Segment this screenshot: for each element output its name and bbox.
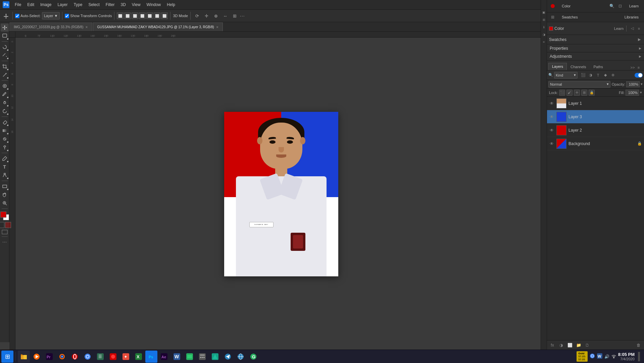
panel-settings-btn[interactable]: ≡ xyxy=(636,26,642,32)
start-button[interactable]: ⊞ xyxy=(1,351,13,363)
align-center-h-btn[interactable]: ⬜ xyxy=(124,12,131,19)
toolbar-more-btn[interactable]: ··· xyxy=(240,13,245,18)
taskbar-calculator[interactable] xyxy=(196,351,208,363)
tab-1[interactable]: IMG_20200627_103339.jpg @ 33.3% (RGB/8) … xyxy=(9,22,92,31)
volume-icon[interactable]: 🔊 xyxy=(604,354,609,359)
menu-select[interactable]: Select xyxy=(86,1,102,8)
lock-position-btn[interactable]: ✛ xyxy=(574,90,580,96)
add-adjustment-btn[interactable]: ◑ xyxy=(558,342,564,349)
blend-mode-dropdown[interactable]: Normal ▾ xyxy=(548,81,610,88)
learn-btn-label[interactable]: Learn xyxy=(626,3,642,9)
swatches-icon-btn[interactable]: ⊞ xyxy=(549,13,556,21)
screen-mode-btn[interactable] xyxy=(2,230,8,235)
taskbar-chrome[interactable] xyxy=(82,351,94,363)
move-tool[interactable] xyxy=(1,24,9,32)
layers-menu-btn[interactable]: ≡ xyxy=(636,65,641,70)
lock-all-btn[interactable]: 🔒 xyxy=(589,90,595,96)
menu-3d[interactable]: 3D xyxy=(118,1,128,8)
taskbar-file-explorer[interactable] xyxy=(18,351,30,363)
layer-item-3[interactable]: 👁 Layer 3 xyxy=(547,110,644,124)
distribute-btn[interactable]: ⬜ xyxy=(161,12,168,19)
add-mask-btn[interactable]: ⬜ xyxy=(566,342,573,349)
lock-brush-btn[interactable]: 🖌 xyxy=(566,90,573,96)
side-color-icon[interactable]: ▣ xyxy=(542,10,546,15)
menu-type[interactable]: Type xyxy=(71,1,85,8)
slide-3d-icon[interactable]: ↔ xyxy=(221,12,229,20)
search-right-btn[interactable]: 🔍 xyxy=(608,2,616,10)
delete-layer-btn[interactable]: 🗑 xyxy=(635,342,642,349)
taskbar-telegram[interactable] xyxy=(222,351,234,363)
opacity-input[interactable] xyxy=(626,81,640,87)
scale-3d-icon[interactable]: ⊞ xyxy=(231,12,239,20)
word-tray-icon[interactable]: W xyxy=(597,353,602,360)
quick-mask-btn[interactable] xyxy=(5,222,11,228)
menu-window[interactable]: Window xyxy=(144,1,164,8)
rectangle-tool[interactable] xyxy=(1,182,9,190)
libraries-btn-label[interactable]: Libraries xyxy=(621,14,642,20)
chrome-tray-icon[interactable] xyxy=(590,353,595,360)
taskbar-globe[interactable] xyxy=(235,351,247,363)
swatches-expand[interactable]: ▶ xyxy=(637,37,642,42)
tab-paths[interactable]: Paths xyxy=(590,63,607,70)
lock-transparent-btn[interactable]: ⬛ xyxy=(559,90,565,96)
taskbar-app1[interactable]: ☰ xyxy=(94,351,106,363)
layer-item-bg[interactable]: 👁 Background 🔒 xyxy=(547,137,644,150)
menu-image[interactable]: Image xyxy=(38,1,54,8)
align-center-v-btn[interactable]: ⬜ xyxy=(146,12,153,19)
more-tools[interactable]: ··· xyxy=(1,238,9,246)
rotate-3d-icon[interactable]: ⟳ xyxy=(193,12,201,20)
eraser-tool[interactable] xyxy=(1,118,9,126)
adjustments-header[interactable]: Adjustments ▶ xyxy=(547,52,644,60)
pen-tool[interactable] xyxy=(1,154,9,163)
align-right-btn[interactable]: ⬜ xyxy=(132,12,138,19)
menu-edit[interactable]: Edit xyxy=(24,1,37,8)
auto-select-checkbox[interactable] xyxy=(15,14,19,18)
auto-select-dropdown[interactable]: Layer ▼ xyxy=(42,12,60,19)
foreground-color-box[interactable] xyxy=(0,212,6,218)
filter-pixel-btn[interactable]: ⬛ xyxy=(580,72,587,79)
standard-mode-btn[interactable] xyxy=(0,222,4,228)
menu-layer[interactable]: Layer xyxy=(55,1,70,8)
eyedropper-tool[interactable] xyxy=(1,71,9,79)
layer-item-2[interactable]: 👁 Layer 2 xyxy=(547,124,644,137)
text-tool[interactable]: T xyxy=(1,163,9,171)
swatches-btn-label[interactable]: Swatches xyxy=(558,14,581,20)
menu-file[interactable]: File xyxy=(12,1,24,8)
opacity-dropdown[interactable]: ▾ xyxy=(641,82,643,86)
fill-input[interactable] xyxy=(626,90,639,96)
pan-3d-icon[interactable]: ✛ xyxy=(202,12,210,20)
show-desktop-btn[interactable] xyxy=(638,352,640,361)
taskbar-media-player[interactable] xyxy=(31,351,43,363)
layer-item-1[interactable]: 👁 Layer 1 xyxy=(547,97,644,110)
taskbar-photoshop[interactable]: Ps xyxy=(145,351,157,363)
taskbar-opera[interactable] xyxy=(69,351,81,363)
gradient-tool[interactable] xyxy=(1,127,9,135)
wand-tool[interactable] xyxy=(1,51,9,59)
layer-1-visibility[interactable]: 👁 xyxy=(549,101,554,106)
color-section-btn[interactable] xyxy=(549,2,556,10)
taskbar-app3[interactable]: ✦ xyxy=(120,351,132,363)
color-panel-btn[interactable]: Color xyxy=(549,26,564,31)
properties-header[interactable]: Properties ▶ xyxy=(547,44,644,52)
lock-artboard-btn[interactable]: ⊞ xyxy=(581,90,587,96)
gold-price-badge[interactable]: Gold 57.05- 57.05 xyxy=(577,351,588,362)
tab-1-close[interactable]: × xyxy=(86,25,88,30)
side-layers-icon[interactable]: ≡ xyxy=(542,40,546,44)
fill-dropdown[interactable]: ▾ xyxy=(640,90,642,95)
learn-panel-btn[interactable]: Learn xyxy=(614,27,624,31)
zoom-tool[interactable] xyxy=(1,199,9,207)
canvas-content[interactable]: GUSSAM M. ZAKY xyxy=(15,38,547,350)
new-group-btn[interactable]: 📁 xyxy=(575,342,582,349)
filter-shape-btn[interactable]: ◆ xyxy=(602,72,609,79)
side-adjustments-icon[interactable]: ◑ xyxy=(542,32,546,37)
transform-controls-label[interactable]: Show Transform Controls xyxy=(65,14,112,18)
menu-view[interactable]: View xyxy=(129,1,143,8)
lasso-tool[interactable] xyxy=(1,43,9,51)
tab-2[interactable]: GUSSAMAH MUHAMMAD ZAKY WBAD4129.JPG @ 17… xyxy=(93,22,223,31)
taskbar-app5[interactable] xyxy=(209,351,221,363)
layer-bg-visibility[interactable]: 👁 xyxy=(549,141,554,146)
menu-help[interactable]: Help xyxy=(164,1,178,8)
network-icon[interactable] xyxy=(611,354,616,359)
tab-layers[interactable]: Layers xyxy=(548,63,567,70)
fx-button[interactable]: fx xyxy=(549,342,556,349)
